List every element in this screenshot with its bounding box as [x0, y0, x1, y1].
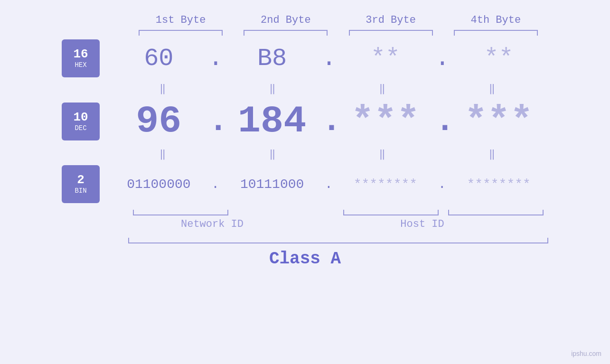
- hex-byte-3: **: [336, 45, 435, 73]
- dec-sep-2: .: [322, 103, 336, 140]
- byte-header-2: 2nd Byte: [233, 14, 338, 26]
- equals-2: ‖: [219, 82, 328, 95]
- dec-badge-number: 10: [73, 111, 88, 123]
- dec-row: 10 DEC 96 . 184 . *** . ***: [62, 100, 548, 143]
- hex-byte-1: 60: [109, 45, 208, 73]
- hex-sep-3: .: [435, 45, 449, 73]
- byte-header-4: 4th Byte: [443, 14, 548, 26]
- bin-sep-1: .: [208, 177, 223, 192]
- bin-badge: 2 BIN: [62, 165, 100, 203]
- full-bottom-bracket: [128, 238, 548, 243]
- top-bracket-1: [128, 30, 233, 36]
- host-bracket-wrapper-left: [233, 210, 338, 215]
- class-label: Class A: [62, 249, 548, 269]
- network-id-label: Network ID: [128, 218, 296, 230]
- bin-sep-2: .: [322, 177, 336, 192]
- network-bracket-wrapper: [128, 210, 233, 215]
- equals-7: ‖: [329, 148, 439, 160]
- hex-row: 16 HEX 60 . B8 . ** . **: [62, 39, 548, 77]
- equals-4: ‖: [439, 82, 548, 95]
- dec-badge-base: DEC: [75, 124, 86, 132]
- equals-3: ‖: [329, 82, 439, 95]
- top-bracket-4: [443, 30, 548, 36]
- bin-sep-3: .: [435, 177, 449, 192]
- top-bracket-2: [233, 30, 338, 36]
- byte-headers: 1st Byte 2nd Byte 3rd Byte 4th Byte: [62, 14, 548, 26]
- dec-byte-3: ***: [336, 100, 435, 143]
- watermark: ipshu.com: [571, 350, 601, 357]
- full-bracket-line: [128, 238, 548, 243]
- equals-1: ‖: [109, 82, 219, 95]
- bin-badge-number: 2: [77, 174, 84, 186]
- host-id-label: Host ID: [296, 218, 548, 230]
- main-container: 1st Byte 2nd Byte 3rd Byte 4th Byte 16 H…: [0, 0, 610, 364]
- bottom-sub-brackets: [62, 210, 548, 215]
- equals-6: ‖: [219, 148, 328, 160]
- dec-values: 96 . 184 . *** . ***: [109, 100, 548, 143]
- bin-byte-2: 10111000: [223, 177, 322, 192]
- hex-badge-number: 16: [73, 48, 88, 60]
- equals-5: ‖: [109, 148, 219, 160]
- dec-sep-1: .: [208, 103, 223, 140]
- hex-badge: 16 HEX: [62, 39, 100, 77]
- hex-values: 60 . B8 . ** . **: [109, 45, 548, 73]
- dec-byte-1: 96: [109, 100, 208, 143]
- hex-byte-4: **: [449, 45, 548, 73]
- bin-byte-4: ********: [449, 177, 548, 192]
- top-brackets: [62, 30, 548, 36]
- hex-byte-2: B8: [223, 45, 322, 73]
- hex-badge-base: HEX: [75, 61, 86, 69]
- id-labels: Network ID Host ID: [62, 218, 548, 230]
- equals-row-1: ‖ ‖ ‖ ‖: [62, 82, 548, 95]
- top-bracket-3: [338, 30, 443, 36]
- equals-row-2: ‖ ‖ ‖ ‖: [62, 148, 548, 160]
- byte-header-3: 3rd Byte: [338, 14, 443, 26]
- bin-byte-1: 01100000: [109, 177, 208, 192]
- bin-values: 01100000 . 10111000 . ******** . *******…: [109, 177, 548, 192]
- network-bracket: [133, 210, 228, 215]
- bin-badge-base: BIN: [75, 187, 86, 195]
- dec-byte-2: 184: [223, 100, 322, 143]
- dec-byte-4: ***: [449, 100, 548, 143]
- bin-row: 2 BIN 01100000 . 10111000 . ******** . *…: [62, 165, 548, 203]
- hex-sep-2: .: [322, 45, 336, 73]
- equals-8: ‖: [439, 148, 548, 160]
- hex-sep-1: .: [208, 45, 223, 73]
- dec-badge: 10 DEC: [62, 103, 100, 140]
- dec-sep-3: .: [435, 103, 449, 140]
- host-bracket-1: [343, 210, 439, 215]
- host-bracket-end: [443, 210, 548, 215]
- bin-byte-3: ********: [336, 177, 435, 192]
- host-bracket-start: [338, 210, 443, 215]
- host-bracket-2: [448, 210, 544, 215]
- byte-header-1: 1st Byte: [128, 14, 233, 26]
